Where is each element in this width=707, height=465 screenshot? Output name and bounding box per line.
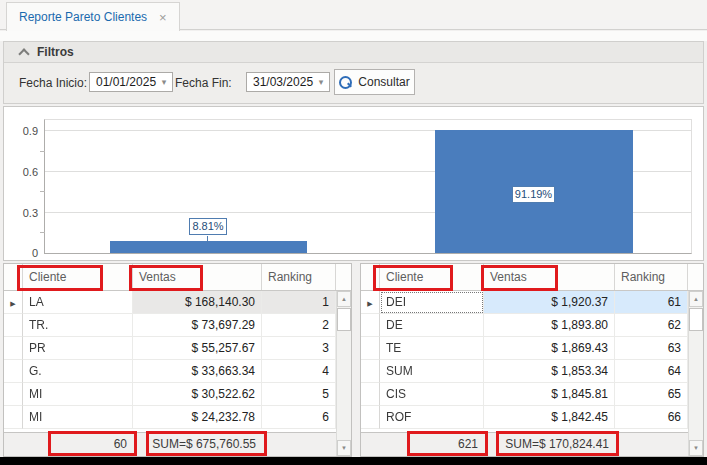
scroll-thumb[interactable]: [337, 308, 351, 331]
cell-cliente: TR.: [29, 318, 48, 332]
minor-tick: [40, 232, 45, 233]
cell-ventas[interactable]: $ 168,140.30: [133, 291, 262, 314]
bar-large-label: 91.19%: [512, 186, 555, 203]
bottom-redaction-bar: [0, 457, 707, 465]
minor-tick: [40, 191, 45, 192]
grid-header-row: Cliente Ventas Ranking: [4, 264, 351, 291]
row-indicator-header: [4, 264, 23, 290]
fecha-fin-label: Fecha Fin:: [175, 76, 232, 90]
document-tab-bar: Reporte Pareto Clientes ×: [0, 0, 707, 30]
table-row[interactable]: ▶ LA $ 168,140.30 1: [4, 291, 351, 314]
table-row[interactable]: TE $ 1,869.43 63: [361, 337, 703, 360]
filters-panel-header[interactable]: Filtros: [4, 42, 703, 63]
table-row[interactable]: PR $ 55,257.67 3: [4, 337, 351, 360]
cell-ranking[interactable]: 66: [615, 406, 688, 429]
cell-ventas[interactable]: $ 1,893.80: [484, 314, 615, 337]
filters-panel: Filtros Fecha Inicio: 01/01/2025 ▾ Fecha…: [3, 41, 704, 104]
table-row[interactable]: ROF $ 1,842.45 66: [361, 406, 703, 429]
cell-ranking[interactable]: 65: [615, 383, 688, 406]
cell-cliente: LA: [29, 295, 44, 309]
cell-ranking[interactable]: 3: [262, 337, 336, 360]
cell-cliente: SUM: [386, 364, 413, 378]
footer-sum: SUM=$ 170,824.41: [484, 433, 615, 457]
cell-ventas[interactable]: $ 24,232.78: [133, 406, 262, 429]
minor-tick: [40, 151, 45, 152]
row-indicator-header: [361, 264, 380, 290]
cell-ranking[interactable]: 64: [615, 360, 688, 383]
cell-ranking[interactable]: 1: [262, 291, 336, 314]
fecha-inicio-value[interactable]: 01/01/2025: [90, 75, 156, 89]
y-axis-tick-label: 0.3: [8, 207, 38, 219]
tab-content-band: [0, 31, 707, 41]
cell-ventas[interactable]: $ 1,845.81: [484, 383, 615, 406]
cell-cliente: DEI: [386, 295, 406, 309]
cell-cliente: DE: [386, 318, 403, 332]
cell-ranking[interactable]: 63: [615, 337, 688, 360]
table-row[interactable]: DE $ 1,893.80 62: [361, 314, 703, 337]
filters-title: Filtros: [37, 45, 74, 59]
tab-reporte-pareto-clientes[interactable]: Reporte Pareto Clientes ×: [6, 2, 180, 31]
vertical-scrollbar[interactable]: ▲ ▼: [688, 291, 703, 456]
grid-splitter[interactable]: [352, 263, 360, 457]
vertical-scrollbar[interactable]: ▲ ▼: [336, 291, 351, 456]
column-header-ventas[interactable]: Ventas: [133, 264, 262, 290]
table-row[interactable]: MI $ 24,232.78 6: [4, 406, 351, 429]
close-icon[interactable]: ×: [159, 11, 167, 24]
fecha-fin-value[interactable]: 31/03/2025: [247, 75, 313, 89]
dropdown-icon[interactable]: ▾: [313, 77, 329, 87]
cell-ranking[interactable]: 62: [615, 314, 688, 337]
app-window: Reporte Pareto Clientes × Filtros Fecha …: [0, 0, 707, 465]
scroll-down-icon[interactable]: ▼: [337, 440, 351, 456]
column-header-ranking[interactable]: Ranking: [262, 264, 336, 290]
cell-ranking[interactable]: 5: [262, 383, 336, 406]
filters-body: Fecha Inicio: 01/01/2025 ▾ Fecha Fin: 31…: [4, 63, 703, 104]
column-header-ventas[interactable]: Ventas: [484, 264, 615, 290]
cell-ranking[interactable]: 61: [615, 291, 688, 314]
footer-count: 60: [23, 433, 133, 457]
dropdown-icon[interactable]: ▾: [156, 77, 172, 87]
table-row[interactable]: TR. $ 73,697.29 2: [4, 314, 351, 337]
table-row[interactable]: G. $ 33,663.34 4: [4, 360, 351, 383]
bar-label-leader-line: [207, 236, 208, 243]
cell-cliente: PR: [29, 341, 46, 355]
tab-label: Reporte Pareto Clientes: [19, 10, 147, 24]
cell-ranking[interactable]: 6: [262, 406, 336, 429]
fecha-inicio-input[interactable]: 01/01/2025 ▾: [89, 72, 173, 92]
row-indicator-icon: ▶: [367, 300, 372, 307]
cell-ventas[interactable]: $ 73,697.29: [133, 314, 262, 337]
footer-count: 621: [380, 433, 484, 457]
pareto-chart-panel: 0.9 0.6 0.3 0 8.81% 91.19%: [3, 106, 704, 261]
table-row[interactable]: MI $ 30,522.62 5: [4, 383, 351, 406]
collapse-chevron-icon[interactable]: [18, 48, 29, 59]
scroll-up-icon[interactable]: ▲: [337, 291, 351, 307]
bar-small: [110, 241, 307, 253]
cell-cliente: MI: [29, 410, 42, 424]
grid-footer: 621 SUM=$ 170,824.41: [361, 432, 703, 456]
table-row[interactable]: ▶ DEI $ 1,920.37 61: [361, 291, 703, 314]
cell-ventas[interactable]: $ 1,920.37: [484, 291, 615, 314]
cell-ventas[interactable]: $ 1,869.43: [484, 337, 615, 360]
grid-header-row: Cliente Ventas Ranking: [361, 264, 703, 291]
search-icon: [339, 76, 351, 88]
table-row[interactable]: CIS $ 1,845.81 65: [361, 383, 703, 406]
fecha-inicio-label: Fecha Inicio:: [19, 76, 87, 90]
cell-ranking[interactable]: 4: [262, 360, 336, 383]
grid-footer: 60 SUM=$ 675,760.55: [4, 432, 351, 456]
cell-ventas[interactable]: $ 1,853.34: [484, 360, 615, 383]
column-header-ranking[interactable]: Ranking: [615, 264, 688, 290]
table-row[interactable]: SUM $ 1,853.34 64: [361, 360, 703, 383]
cell-cliente: ROF: [386, 410, 411, 424]
cell-ranking[interactable]: 2: [262, 314, 336, 337]
scroll-up-icon[interactable]: ▲: [689, 291, 703, 307]
consultar-button[interactable]: Consultar: [334, 69, 415, 95]
cell-ventas[interactable]: $ 55,257.67: [133, 337, 262, 360]
column-header-cliente[interactable]: Cliente: [23, 264, 133, 290]
cell-cliente: MI: [29, 387, 42, 401]
cell-ventas[interactable]: $ 1,842.45: [484, 406, 615, 429]
cell-ventas[interactable]: $ 33,663.34: [133, 360, 262, 383]
scroll-down-icon[interactable]: ▼: [689, 440, 703, 456]
scroll-thumb[interactable]: [689, 308, 703, 331]
fecha-fin-input[interactable]: 31/03/2025 ▾: [246, 72, 330, 92]
cell-ventas[interactable]: $ 30,522.62: [133, 383, 262, 406]
column-header-cliente[interactable]: Cliente: [380, 264, 484, 290]
